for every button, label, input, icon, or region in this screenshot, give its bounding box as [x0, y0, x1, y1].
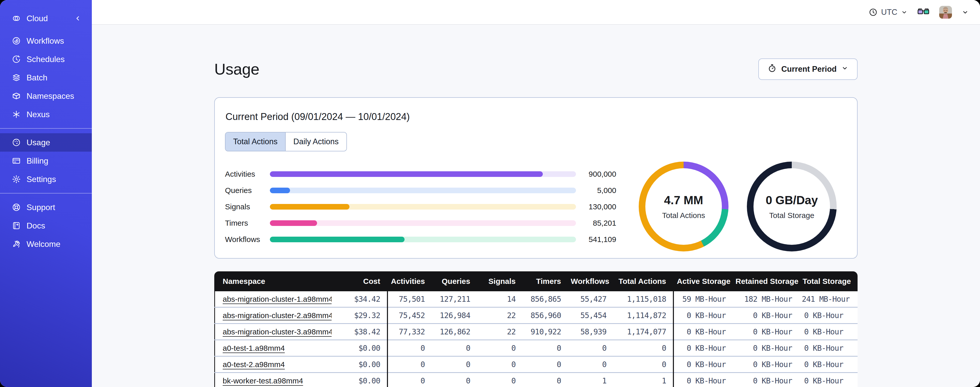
temporal-logo-icon — [12, 14, 21, 23]
bar-label: Workflows — [225, 235, 270, 244]
cell-cost: $0.00 — [332, 373, 387, 387]
bar-track — [270, 237, 576, 242]
content: Usage Current Period Current Period (09/… — [92, 25, 980, 387]
namespace-link[interactable]: bk-worker-test.a98mm4 — [223, 377, 303, 385]
sidebar-nav: Workflows Schedules Batch Namespaces Nex… — [0, 32, 92, 253]
cell-cost: $29.32 — [332, 307, 387, 324]
cell-total-actions: 1,115,018 — [613, 291, 673, 307]
billing-icon — [12, 156, 21, 165]
page-title: Usage — [214, 60, 259, 78]
namespace-link[interactable]: a0-test-1.a98mm4 — [223, 344, 285, 352]
avatar[interactable] — [939, 6, 952, 19]
cell-total-actions: 1,174,077 — [613, 324, 673, 340]
cell-signals: 22 — [477, 307, 522, 324]
namespace-usage-table: NamespaceCostActivitiesQueriesSignalsTim… — [214, 271, 858, 387]
stopwatch-icon — [767, 64, 777, 75]
cell-signals: 14 — [477, 291, 522, 307]
cell-timers: 856,960 — [522, 307, 568, 324]
bar-label: Signals — [225, 202, 270, 211]
cell-workflows: 0 — [568, 340, 613, 357]
timezone-selector[interactable]: UTC — [869, 8, 908, 17]
sidebar-item-namespaces[interactable]: Namespaces — [0, 87, 92, 105]
namespace-link[interactable]: abs-migration-cluster-2.a98mm4 — [223, 311, 332, 320]
sidebar-item-usage[interactable]: Usage — [0, 133, 92, 152]
column-header-namespace: Namespace — [215, 271, 332, 291]
nexus-icon — [12, 110, 21, 119]
table-row: a0-test-2.a98mm4$0.000000000 KB-Hour0 KB… — [215, 357, 858, 373]
sidebar-item-billing[interactable]: Billing — [0, 152, 92, 170]
table-row: abs-migration-cluster-2.a98mm4$29.3275,4… — [215, 307, 858, 324]
cell-activities: 75,452 — [387, 307, 431, 324]
total-actions-value: 4.7 MM — [664, 193, 703, 207]
namespace-link[interactable]: a0-test-2.a98mm4 — [223, 360, 285, 369]
bar-fill — [270, 188, 290, 193]
period-selector-button[interactable]: Current Period — [758, 58, 858, 80]
table-header-row: NamespaceCostActivitiesQueriesSignalsTim… — [215, 271, 858, 291]
column-header-workflows: Workflows — [568, 271, 613, 291]
total-storage-donut: 0 GB/Day Total Storage — [747, 162, 837, 251]
cloud-logo[interactable]: Cloud — [0, 9, 92, 28]
bar-value: 85,201 — [576, 219, 616, 227]
period-selector-label: Current Period — [781, 65, 837, 74]
cell-timers: 0 — [522, 373, 568, 387]
cell-retained-storage: 0 KB-Hour — [733, 357, 799, 373]
cell-cost: $34.42 — [332, 291, 387, 307]
sidebar-item-support[interactable]: Support — [0, 198, 92, 216]
bar-label: Queries — [225, 186, 270, 195]
cell-timers: 856,865 — [522, 291, 568, 307]
schedules-icon — [12, 54, 21, 64]
chevron-down-icon[interactable] — [962, 9, 969, 16]
total-actions-label: Total Actions — [662, 211, 705, 220]
bar-value: 541,109 — [576, 235, 616, 244]
chevron-down-icon — [841, 65, 848, 74]
sidebar-item-settings[interactable]: Settings — [0, 170, 92, 189]
batch-icon — [12, 73, 21, 82]
usage-icon — [12, 138, 21, 147]
sidebar-item-batch[interactable]: Batch — [0, 69, 92, 87]
namespace-link[interactable]: abs-migration-cluster-1.a98mm4 — [223, 295, 332, 303]
chevron-down-icon — [901, 9, 908, 16]
cell-retained-storage: 0 KB-Hour — [733, 340, 799, 357]
tab-daily-actions[interactable]: Daily Actions — [285, 133, 346, 151]
page-head: Usage Current Period — [214, 58, 858, 80]
glasses-icon[interactable] — [917, 8, 929, 17]
docs-icon — [12, 221, 21, 230]
cell-activities: 75,501 — [387, 291, 431, 307]
sidebar-item-docs[interactable]: Docs — [0, 216, 92, 235]
cell-signals: 0 — [477, 373, 522, 387]
column-header-activities: Activities — [387, 271, 431, 291]
column-header-total-storage: Total Storage — [799, 271, 858, 291]
spacer — [0, 28, 92, 32]
cell-workflows: 55,454 — [568, 307, 613, 324]
cell-active-storage: 0 KB-Hour — [673, 340, 733, 357]
sidebar-logo-label: Cloud — [27, 14, 48, 23]
sidebar-item-schedules[interactable]: Schedules — [0, 50, 92, 69]
namespace-link[interactable]: abs-migration-cluster-3.a98mm4 — [223, 328, 332, 336]
actions-tabs: Total ActionsDaily Actions — [225, 132, 347, 151]
current-period-card: Current Period (09/01/2024 — 10/01/2024)… — [214, 97, 858, 259]
bar-track — [270, 220, 576, 226]
bar-track — [270, 188, 576, 193]
cell-total-storage: 0 KB-Hour — [799, 324, 858, 340]
cell-activities: 0 — [387, 373, 431, 387]
cell-cost: $0.00 — [332, 357, 387, 373]
sidebar-item-nexus[interactable]: Nexus — [0, 105, 92, 123]
sidebar-item-welcome[interactable]: Welcome — [0, 235, 92, 253]
tab-total-actions[interactable]: Total Actions — [226, 133, 285, 151]
main-column: UTC — [92, 0, 980, 387]
bar-fill — [270, 171, 543, 177]
usage-bar-row: Signals 130,000 — [225, 204, 616, 209]
cell-workflows: 58,939 — [568, 324, 613, 340]
cell-activities: 0 — [387, 357, 431, 373]
cell-total-storage: 0 KB-Hour — [799, 340, 858, 357]
cell-cost: $0.00 — [332, 340, 387, 357]
chevron-left-icon[interactable] — [74, 14, 82, 22]
usage-donuts: 4.7 MM Total Actions 0 GB/Day Total Stor… — [639, 162, 847, 251]
table-row: bk-worker-test.a98mm4$0.000000110 KB-Hou… — [215, 373, 858, 387]
sidebar-item-workflows[interactable]: Workflows — [0, 32, 92, 50]
cell-total-storage: 241 MB-Hour — [799, 291, 858, 307]
total-storage-value: 0 GB/Day — [766, 193, 818, 207]
app-window: Cloud Workflows Schedules Batch Namespac… — [0, 0, 980, 387]
cell-queries: 126,984 — [431, 307, 477, 324]
bar-label: Timers — [225, 219, 270, 227]
